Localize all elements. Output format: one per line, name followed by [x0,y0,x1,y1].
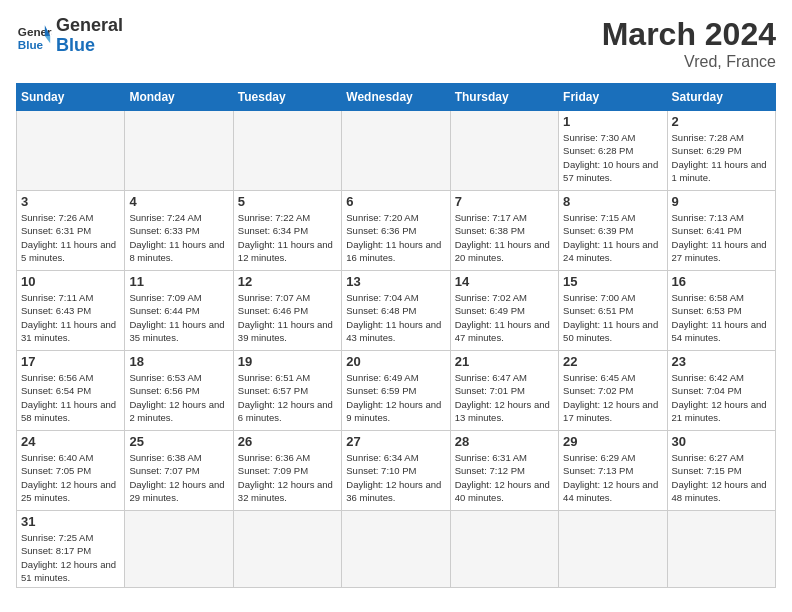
calendar-cell: 2Sunrise: 7:28 AM Sunset: 6:29 PM Daylig… [667,111,775,191]
day-info: Sunrise: 6:36 AM Sunset: 7:09 PM Dayligh… [238,451,337,504]
day-number: 30 [672,434,771,449]
day-info: Sunrise: 6:45 AM Sunset: 7:02 PM Dayligh… [563,371,662,424]
day-info: Sunrise: 6:56 AM Sunset: 6:54 PM Dayligh… [21,371,120,424]
calendar-cell [125,111,233,191]
calendar-cell: 10Sunrise: 7:11 AM Sunset: 6:43 PM Dayli… [17,271,125,351]
calendar-cell: 15Sunrise: 7:00 AM Sunset: 6:51 PM Dayli… [559,271,667,351]
calendar-cell: 28Sunrise: 6:31 AM Sunset: 7:12 PM Dayli… [450,431,558,511]
day-info: Sunrise: 7:20 AM Sunset: 6:36 PM Dayligh… [346,211,445,264]
calendar-week-row: 31Sunrise: 7:25 AM Sunset: 8:17 PM Dayli… [17,511,776,588]
calendar-cell: 18Sunrise: 6:53 AM Sunset: 6:56 PM Dayli… [125,351,233,431]
location-subtitle: Vred, France [602,53,776,71]
day-number: 29 [563,434,662,449]
calendar-cell: 17Sunrise: 6:56 AM Sunset: 6:54 PM Dayli… [17,351,125,431]
calendar-cell: 1Sunrise: 7:30 AM Sunset: 6:28 PM Daylig… [559,111,667,191]
day-number: 27 [346,434,445,449]
calendar-week-row: 10Sunrise: 7:11 AM Sunset: 6:43 PM Dayli… [17,271,776,351]
calendar-cell: 19Sunrise: 6:51 AM Sunset: 6:57 PM Dayli… [233,351,341,431]
day-number: 23 [672,354,771,369]
day-info: Sunrise: 7:09 AM Sunset: 6:44 PM Dayligh… [129,291,228,344]
calendar-cell: 29Sunrise: 6:29 AM Sunset: 7:13 PM Dayli… [559,431,667,511]
calendar-cell [342,111,450,191]
weekday-header-saturday: Saturday [667,84,775,111]
day-info: Sunrise: 7:02 AM Sunset: 6:49 PM Dayligh… [455,291,554,344]
calendar-cell [450,111,558,191]
calendar-cell: 16Sunrise: 6:58 AM Sunset: 6:53 PM Dayli… [667,271,775,351]
calendar-cell [450,511,558,588]
day-info: Sunrise: 6:53 AM Sunset: 6:56 PM Dayligh… [129,371,228,424]
day-number: 3 [21,194,120,209]
day-number: 31 [21,514,120,529]
day-number: 5 [238,194,337,209]
day-number: 20 [346,354,445,369]
day-info: Sunrise: 7:17 AM Sunset: 6:38 PM Dayligh… [455,211,554,264]
day-info: Sunrise: 7:11 AM Sunset: 6:43 PM Dayligh… [21,291,120,344]
logo-general-text: General [56,16,123,36]
calendar-cell: 31Sunrise: 7:25 AM Sunset: 8:17 PM Dayli… [17,511,125,588]
calendar-cell [667,511,775,588]
calendar-cell: 8Sunrise: 7:15 AM Sunset: 6:39 PM Daylig… [559,191,667,271]
day-number: 6 [346,194,445,209]
day-number: 22 [563,354,662,369]
day-number: 15 [563,274,662,289]
calendar-cell: 21Sunrise: 6:47 AM Sunset: 7:01 PM Dayli… [450,351,558,431]
calendar-week-row: 17Sunrise: 6:56 AM Sunset: 6:54 PM Dayli… [17,351,776,431]
month-year-title: March 2024 [602,16,776,53]
day-info: Sunrise: 6:49 AM Sunset: 6:59 PM Dayligh… [346,371,445,424]
svg-text:Blue: Blue [18,37,44,50]
day-info: Sunrise: 6:27 AM Sunset: 7:15 PM Dayligh… [672,451,771,504]
weekday-header-tuesday: Tuesday [233,84,341,111]
day-info: Sunrise: 6:31 AM Sunset: 7:12 PM Dayligh… [455,451,554,504]
day-info: Sunrise: 7:28 AM Sunset: 6:29 PM Dayligh… [672,131,771,184]
day-info: Sunrise: 6:58 AM Sunset: 6:53 PM Dayligh… [672,291,771,344]
day-number: 17 [21,354,120,369]
day-info: Sunrise: 7:13 AM Sunset: 6:41 PM Dayligh… [672,211,771,264]
weekday-header-friday: Friday [559,84,667,111]
day-number: 2 [672,114,771,129]
calendar-cell: 4Sunrise: 7:24 AM Sunset: 6:33 PM Daylig… [125,191,233,271]
calendar-cell: 3Sunrise: 7:26 AM Sunset: 6:31 PM Daylig… [17,191,125,271]
calendar-cell: 25Sunrise: 6:38 AM Sunset: 7:07 PM Dayli… [125,431,233,511]
calendar-cell [125,511,233,588]
calendar-cell: 7Sunrise: 7:17 AM Sunset: 6:38 PM Daylig… [450,191,558,271]
day-info: Sunrise: 6:38 AM Sunset: 7:07 PM Dayligh… [129,451,228,504]
day-info: Sunrise: 7:00 AM Sunset: 6:51 PM Dayligh… [563,291,662,344]
day-info: Sunrise: 6:47 AM Sunset: 7:01 PM Dayligh… [455,371,554,424]
calendar-cell: 14Sunrise: 7:02 AM Sunset: 6:49 PM Dayli… [450,271,558,351]
day-info: Sunrise: 7:25 AM Sunset: 8:17 PM Dayligh… [21,531,120,584]
calendar-header: SundayMondayTuesdayWednesdayThursdayFrid… [17,84,776,111]
day-info: Sunrise: 6:51 AM Sunset: 6:57 PM Dayligh… [238,371,337,424]
logo-blue-text: Blue [56,36,123,56]
calendar-cell: 27Sunrise: 6:34 AM Sunset: 7:10 PM Dayli… [342,431,450,511]
day-info: Sunrise: 7:22 AM Sunset: 6:34 PM Dayligh… [238,211,337,264]
day-number: 4 [129,194,228,209]
day-number: 28 [455,434,554,449]
day-info: Sunrise: 6:29 AM Sunset: 7:13 PM Dayligh… [563,451,662,504]
day-number: 26 [238,434,337,449]
calendar-table: SundayMondayTuesdayWednesdayThursdayFrid… [16,83,776,588]
logo-icon: General Blue [16,18,52,54]
title-block: March 2024 Vred, France [602,16,776,71]
day-info: Sunrise: 6:34 AM Sunset: 7:10 PM Dayligh… [346,451,445,504]
calendar-cell: 9Sunrise: 7:13 AM Sunset: 6:41 PM Daylig… [667,191,775,271]
calendar-cell [342,511,450,588]
day-number: 11 [129,274,228,289]
day-number: 10 [21,274,120,289]
weekday-header-wednesday: Wednesday [342,84,450,111]
day-number: 19 [238,354,337,369]
calendar-cell [233,111,341,191]
calendar-week-row: 24Sunrise: 6:40 AM Sunset: 7:05 PM Dayli… [17,431,776,511]
day-number: 25 [129,434,228,449]
day-number: 7 [455,194,554,209]
day-info: Sunrise: 7:04 AM Sunset: 6:48 PM Dayligh… [346,291,445,344]
calendar-cell: 6Sunrise: 7:20 AM Sunset: 6:36 PM Daylig… [342,191,450,271]
calendar-week-row: 1Sunrise: 7:30 AM Sunset: 6:28 PM Daylig… [17,111,776,191]
day-info: Sunrise: 7:26 AM Sunset: 6:31 PM Dayligh… [21,211,120,264]
weekday-header-sunday: Sunday [17,84,125,111]
calendar-cell [233,511,341,588]
calendar-cell: 23Sunrise: 6:42 AM Sunset: 7:04 PM Dayli… [667,351,775,431]
weekday-row: SundayMondayTuesdayWednesdayThursdayFrid… [17,84,776,111]
day-number: 21 [455,354,554,369]
day-info: Sunrise: 7:30 AM Sunset: 6:28 PM Dayligh… [563,131,662,184]
weekday-header-monday: Monday [125,84,233,111]
